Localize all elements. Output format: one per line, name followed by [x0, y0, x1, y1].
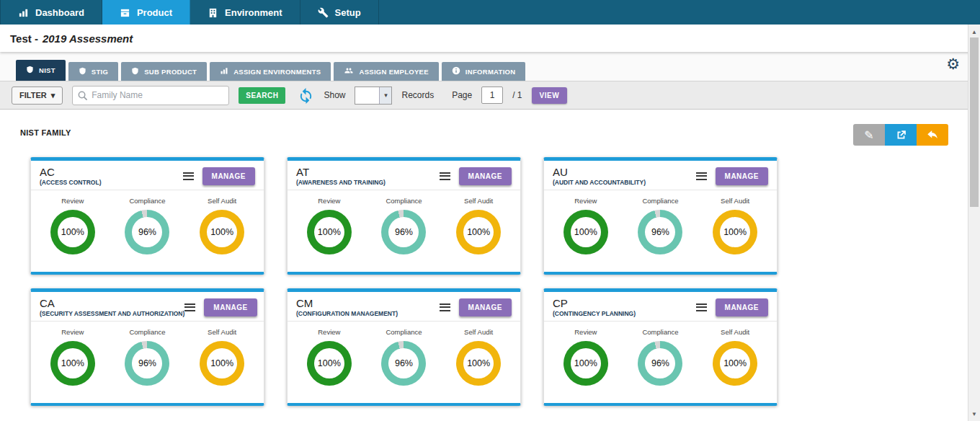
card-header-actions: MANAGE	[696, 298, 768, 316]
hamburger-menu-icon[interactable]	[696, 172, 707, 180]
metric-label: Self Audit	[698, 197, 772, 205]
card-title: CA (SECURITY ASSESSMENT AND AUTHORIZATIO…	[40, 297, 184, 317]
hamburger-menu-icon[interactable]	[440, 172, 450, 180]
search-icon	[77, 90, 88, 101]
donut-value: 100%	[463, 217, 494, 247]
hamburger-menu-icon[interactable]	[440, 303, 450, 311]
manage-button[interactable]: MANAGE	[716, 167, 768, 185]
hamburger-menu-icon[interactable]	[183, 172, 194, 180]
show-label: Show	[324, 90, 345, 100]
tab-assign-environments[interactable]: ASSIGN ENVIRONMENTS	[210, 62, 331, 81]
metric-label: Review	[292, 197, 367, 205]
refresh-icon[interactable]	[298, 87, 314, 104]
search-input[interactable]	[92, 90, 224, 100]
card-metrics: Review100%Compliance96%Self Audit100%	[31, 322, 264, 386]
nav-item-label: Environment	[225, 7, 282, 18]
people-icon	[344, 66, 354, 76]
hamburger-menu-icon[interactable]	[696, 303, 707, 311]
bar-chart-icon	[220, 66, 228, 76]
gear-icon[interactable]: ⚙	[946, 56, 960, 71]
donut-chart: 96%	[638, 341, 682, 386]
tab-label: ASSIGN ENVIRONMENTS	[233, 68, 321, 76]
donut-value: 100%	[207, 348, 237, 378]
manage-button[interactable]: MANAGE	[204, 298, 257, 316]
undo-button[interactable]	[917, 124, 948, 146]
metric-label: Self Audit	[441, 328, 516, 336]
edit-button[interactable]: ✎	[853, 124, 885, 146]
shield-icon	[79, 67, 86, 76]
view-button[interactable]: VIEW	[532, 87, 568, 104]
share-icon	[895, 129, 907, 141]
page-title: Test -	[10, 32, 38, 45]
show-records-select[interactable]: ▾	[355, 87, 392, 105]
page-label: Page	[452, 90, 472, 100]
tab-stig[interactable]: STIG	[68, 62, 118, 81]
tab-information[interactable]: INFORMATION	[442, 62, 526, 81]
tabs-row: NIST STIG SUB PRODUCT ASSIGN ENVIRONMENT…	[0, 52, 980, 81]
chevron-down-icon: ▾	[51, 91, 55, 100]
donut-value: 96%	[132, 348, 162, 378]
scroll-up-icon[interactable]: ▲	[968, 26, 980, 37]
metric-self-audit: Self Audit100%	[698, 328, 772, 386]
metric-label: Compliance	[367, 197, 442, 205]
tab-nist[interactable]: NIST	[16, 60, 66, 81]
card-header: AU (AUDIT AND ACCOUNTABILITY) MANAGE	[544, 161, 777, 190]
filter-toolbar: FILTER ▾ SEARCH Show ▾ Records Page / 1 …	[0, 81, 980, 110]
metric-review: Review100%	[35, 197, 110, 254]
metric-label: Review	[35, 197, 110, 205]
manage-button[interactable]: MANAGE	[459, 298, 512, 316]
metric-label: Compliance	[110, 328, 185, 336]
metric-self-audit: Self Audit100%	[441, 197, 516, 254]
donut-chart: 96%	[381, 210, 426, 254]
manage-button[interactable]: MANAGE	[716, 298, 768, 316]
filter-button[interactable]: FILTER ▾	[12, 87, 63, 105]
family-code: CM	[296, 297, 398, 309]
metric-label: Self Audit	[698, 328, 772, 336]
card-header-actions: MANAGE	[184, 298, 257, 316]
page-number-input[interactable]	[481, 87, 503, 104]
tab-label: NIST	[39, 66, 55, 74]
tab-label: ASSIGN EMPLOYEE	[359, 68, 428, 76]
wrench-icon	[318, 7, 329, 18]
manage-button[interactable]: MANAGE	[202, 167, 255, 185]
top-navigation: Dashboard Product Environment Setup	[0, 0, 980, 25]
scrollbar-thumb[interactable]	[970, 37, 979, 207]
nav-item-dashboard[interactable]: Dashboard	[0, 0, 102, 25]
tab-sub-product[interactable]: SUB PRODUCT	[121, 62, 207, 81]
nist-family-card: CM (CONFIGURATION MANAGEMENT) MANAGE Rev…	[287, 288, 521, 406]
card-title: AU (AUDIT AND ACCOUNTABILITY)	[553, 166, 646, 186]
nist-family-card: CP (CONTINGENCY PLANNING) MANAGE Review1…	[543, 288, 778, 406]
main-content: NIST FAMILY ✎ AC (ACCESS CONTROL) MANAGE	[0, 110, 980, 421]
nav-item-environment[interactable]: Environment	[190, 0, 300, 25]
building-icon	[208, 7, 218, 18]
donut-value: 100%	[58, 217, 88, 247]
family-name: (AUDIT AND ACCOUNTABILITY)	[553, 179, 646, 186]
metric-self-audit: Self Audit100%	[184, 197, 259, 254]
metric-compliance: Compliance96%	[110, 197, 185, 254]
nav-item-setup[interactable]: Setup	[300, 0, 379, 25]
metric-review: Review100%	[548, 197, 623, 254]
vertical-scrollbar[interactable]: ▲ ▼	[968, 25, 980, 421]
cards-grid: AC (ACCESS CONTROL) MANAGE Review100%Com…	[30, 157, 960, 406]
search-button[interactable]: SEARCH	[239, 87, 285, 104]
share-button[interactable]	[885, 124, 917, 146]
show-select-value	[355, 87, 379, 104]
nav-item-product[interactable]: Product	[102, 0, 190, 25]
card-metrics: Review100%Compliance96%Self Audit100%	[544, 190, 777, 254]
info-icon	[452, 66, 460, 76]
scroll-down-icon[interactable]: ▼	[968, 408, 980, 420]
manage-button[interactable]: MANAGE	[459, 167, 512, 185]
family-name: (CONFIGURATION MANAGEMENT)	[296, 310, 398, 317]
metric-review: Review100%	[35, 328, 110, 386]
nav-item-label: Dashboard	[35, 7, 84, 18]
card-header-actions: MANAGE	[696, 167, 768, 185]
donut-value: 96%	[388, 217, 419, 247]
card-title: CM (CONFIGURATION MANAGEMENT)	[296, 297, 398, 317]
metric-self-audit: Self Audit100%	[184, 328, 259, 386]
tab-label: SUB PRODUCT	[144, 68, 197, 76]
card-title: CP (CONTINGENCY PLANNING)	[553, 297, 636, 317]
tab-assign-employee[interactable]: ASSIGN EMPLOYEE	[334, 62, 438, 81]
hamburger-menu-icon[interactable]	[184, 303, 195, 311]
page-total: / 1	[512, 90, 522, 100]
metric-label: Compliance	[110, 197, 185, 205]
